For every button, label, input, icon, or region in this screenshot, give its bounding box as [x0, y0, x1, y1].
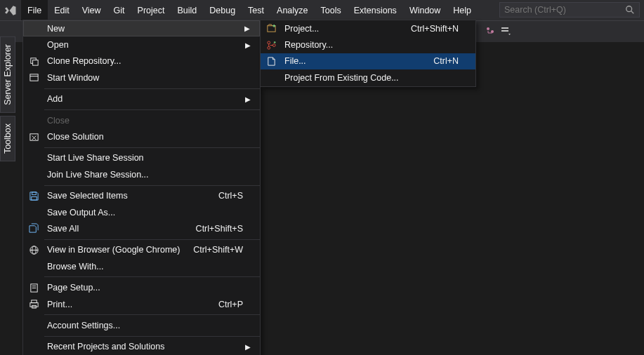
svg-point-3 [491, 30, 494, 33]
file_menu-start-window[interactable]: Start Window [23, 69, 260, 86]
search-box[interactable] [499, 2, 640, 18]
file_menu-save-selected-items[interactable]: Save Selected ItemsCtrl+S [23, 188, 260, 204]
file_menu-label: Recent Projects and Solutions [44, 342, 243, 351]
file-menu-dropdown: New▶Open▶Clone Repository...Start Window… [22, 20, 261, 355]
menu-extensions[interactable]: Extensions [348, 0, 403, 20]
menu-bar: File Edit View Git Project Build Debug T… [0, 0, 644, 21]
file_menu-start-live-share-session[interactable]: Start Live Share Session [23, 150, 260, 166]
menu-analyze[interactable]: Analyze [270, 0, 314, 20]
menu-extensions-label: Extensions [354, 6, 397, 15]
file_menu-separator [44, 314, 260, 315]
file_menu-new[interactable]: New▶ [23, 20, 260, 36]
menu-debug-label: Debug [209, 6, 235, 15]
new_submenu-file[interactable]: File...Ctrl+N [261, 53, 475, 69]
new-submenu: Project...Ctrl+Shift+NRepository...File.… [260, 20, 476, 87]
file_menu-label: New [44, 24, 242, 34]
file_menu-label: Save Selected Items [44, 191, 210, 201]
menu-analyze-label: Analyze [277, 6, 308, 15]
file_menu-view-in-browser-google-chrome[interactable]: View in Browser (Google Chrome)Ctrl+Shif… [23, 242, 260, 258]
menu-project[interactable]: Project [131, 0, 171, 20]
submenu-arrow-icon: ▶ [243, 343, 253, 351]
side-tab-toolbox[interactable]: Toolbox [0, 116, 15, 161]
file_menu-clone-repository[interactable]: Clone Repository... [23, 53, 260, 69]
new_submenu-project[interactable]: Project...Ctrl+Shift+N [261, 20, 475, 36]
submenu-arrow-icon: ▶ [243, 95, 253, 103]
file_menu-separator [44, 276, 260, 277]
file_menu-separator [44, 185, 260, 186]
file_menu-browse-with[interactable]: Browse With... [23, 258, 260, 274]
file_menu-label: View in Browser (Google Chrome) [44, 245, 185, 255]
browser-icon [23, 245, 44, 255]
svg-rect-4 [501, 27, 508, 29]
side-tab-server-explorer[interactable]: Server Explorer [0, 36, 15, 113]
file-icon [261, 56, 282, 67]
file_menu-join-live-share-session[interactable]: Join Live Share Session... [23, 166, 260, 182]
menu-edit-label: Edit [54, 6, 70, 15]
svg-rect-10 [29, 133, 37, 140]
file_menu-label: Start Live Share Session [44, 153, 243, 163]
new_submenu-project-from-existing-code[interactable]: Project From Existing Code... [261, 69, 475, 86]
vs-logo-icon [0, 0, 21, 20]
save-all-icon [23, 223, 44, 234]
menu-test[interactable]: Test [242, 0, 270, 20]
svg-rect-14 [31, 196, 37, 200]
menu-debug[interactable]: Debug [203, 0, 242, 20]
menu-edit[interactable]: Edit [48, 0, 76, 20]
file_menu-print[interactable]: Print...Ctrl+P [23, 296, 260, 312]
file_menu-label: Save Output As... [44, 208, 243, 217]
menu-file[interactable]: File [21, 0, 48, 20]
new_submenu-label: Repository... [282, 40, 459, 50]
menu-view[interactable]: View [76, 0, 107, 20]
side-tabs: Server Explorer Toolbox [0, 36, 15, 164]
file_menu-label: Close [44, 116, 243, 126]
repo-icon [261, 40, 282, 51]
file_menu-label: Add [44, 94, 243, 104]
file_menu-label: Open [44, 40, 243, 50]
new_submenu-label: Project From Existing Code... [282, 73, 459, 83]
svg-point-0 [626, 6, 632, 12]
search-icon [625, 5, 635, 15]
toolbar-live-share-icon[interactable] [485, 25, 496, 36]
window-icon [23, 72, 44, 83]
file_menu-close-solution[interactable]: Close Solution [23, 128, 260, 145]
file_menu-separator [44, 109, 260, 110]
svg-rect-8 [29, 74, 37, 81]
file_menu-open[interactable]: Open▶ [23, 36, 260, 53]
file_menu-recent-projects-and-solutions[interactable]: Recent Projects and Solutions▶ [23, 339, 260, 355]
search-input[interactable] [504, 5, 625, 15]
svg-point-25 [267, 41, 270, 43]
svg-point-26 [267, 46, 270, 49]
file_menu-add[interactable]: Add▶ [23, 91, 260, 107]
file_menu-label: Close Solution [44, 132, 243, 142]
file_menu-account-settings[interactable]: Account Settings... [23, 317, 260, 333]
menu-file-label: File [27, 6, 41, 15]
file_menu-save-all[interactable]: Save AllCtrl+Shift+S [23, 220, 260, 236]
submenu-arrow-icon: ▶ [243, 41, 253, 49]
file_menu-separator [44, 336, 260, 337]
new_submenu-shortcut: Ctrl+Shift+N [402, 24, 459, 34]
new_submenu-shortcut: Ctrl+N [425, 56, 459, 66]
menu-help[interactable]: Help [447, 0, 478, 20]
file_menu-label: Start Window [44, 73, 243, 83]
menu-view-label: View [82, 6, 101, 15]
project-icon [261, 23, 282, 34]
menu-tools-label: Tools [321, 6, 341, 15]
clone-icon [23, 56, 44, 67]
menu-window-label: Window [409, 6, 440, 15]
new_submenu-label: File... [282, 56, 425, 66]
file_menu-label: Page Setup... [44, 283, 243, 293]
menu-git[interactable]: Git [107, 0, 131, 20]
menu-tools[interactable]: Tools [315, 0, 348, 20]
svg-rect-7 [32, 60, 38, 66]
svg-point-27 [272, 43, 275, 46]
file_menu-page-setup[interactable]: Page Setup... [23, 279, 260, 295]
new_submenu-repository[interactable]: Repository... [261, 36, 475, 53]
submenu-arrow-icon: ▶ [242, 25, 252, 32]
menu-git-label: Git [114, 6, 125, 15]
save-icon [23, 191, 44, 201]
file_menu-save-output-as[interactable]: Save Output As... [23, 204, 260, 220]
new_submenu-label: Project... [282, 24, 402, 34]
menu-window[interactable]: Window [403, 0, 447, 20]
menu-build[interactable]: Build [171, 0, 203, 20]
toolbar-dropdown-icon[interactable] [500, 25, 511, 36]
